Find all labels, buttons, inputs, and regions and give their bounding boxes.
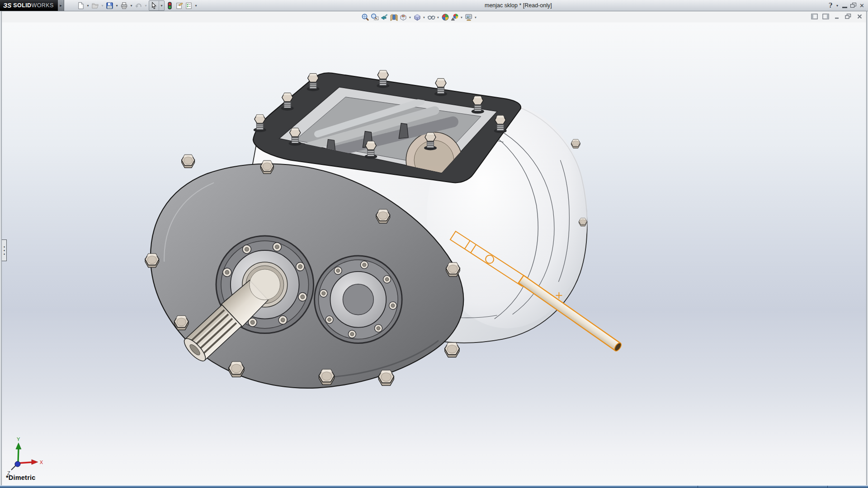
select-tool-button[interactable] — [149, 1, 159, 10]
view-settings-icon — [465, 13, 473, 21]
select-dropdown[interactable]: ▾ — [159, 1, 164, 10]
apply-scene-dropdown[interactable]: ▾ — [459, 13, 464, 22]
section-view-icon — [390, 13, 398, 21]
options-button[interactable] — [184, 1, 193, 10]
hide-show-items-button[interactable] — [426, 13, 436, 22]
new-document-icon — [77, 2, 85, 9]
new-dropdown[interactable]: ▾ — [85, 1, 90, 10]
undo-dropdown[interactable]: ▾ — [143, 1, 148, 10]
help-button[interactable]: ? — [829, 1, 832, 10]
zoom-to-fit-icon — [361, 13, 369, 21]
print-icon — [120, 2, 128, 9]
orientation-triad: X Y Z — [7, 436, 43, 476]
menu-expand-button[interactable]: ▸ — [58, 0, 64, 11]
solidworks-logo-icon: ЗS — [3, 2, 11, 9]
logo-text-works: WORKS — [32, 2, 54, 9]
close-button[interactable]: ✕ — [859, 1, 864, 10]
save-button[interactable] — [105, 1, 114, 10]
save-dropdown[interactable]: ▾ — [114, 1, 119, 10]
previous-view-icon — [380, 13, 388, 21]
gearbox-assembly-model[interactable]: X Y Z — [2, 11, 866, 485]
restore-icon — [850, 3, 856, 8]
doc-close-icon — [857, 14, 863, 19]
document-window-controls — [810, 13, 863, 20]
rebuild-button[interactable] — [165, 1, 175, 10]
section-view-button[interactable] — [389, 13, 398, 22]
save-icon — [106, 2, 113, 9]
open-dropdown[interactable]: ▾ — [100, 1, 105, 10]
previous-view-button[interactable] — [379, 13, 389, 22]
restore-button[interactable] — [850, 1, 856, 10]
graphics-viewport[interactable]: X Y Z — [1, 11, 867, 486]
status-separator — [827, 486, 828, 488]
doc-restore-button[interactable] — [844, 13, 852, 20]
select-cursor-icon — [150, 2, 158, 9]
view-settings-dropdown[interactable]: ▾ — [473, 13, 478, 22]
toggle-left-pane-button[interactable] — [810, 13, 818, 20]
apply-scene-icon — [451, 13, 459, 21]
minimize-button[interactable] — [842, 1, 847, 10]
new-document-button[interactable] — [76, 1, 85, 10]
title-bar: ЗS SOLID WORKS ▸ ▾ ▾ — [0, 0, 868, 11]
feature-pane-collapsed-tab[interactable]: ◂ ◂ ◂ — [2, 239, 7, 261]
collapse-arrow-icon: ◂ — [3, 249, 5, 252]
help-dropdown[interactable]: ▾ — [835, 1, 839, 10]
doc-minimize-button[interactable] — [833, 13, 841, 20]
zoom-to-area-icon — [371, 13, 379, 21]
solidworks-window: ЗS SOLID WORKS ▸ ▾ ▾ — [0, 0, 868, 488]
status-bar — [0, 485, 868, 488]
undo-button[interactable] — [134, 1, 143, 10]
menu-bar-toolbar: ▾ ▾ ▾ — [76, 0, 198, 10]
open-button[interactable] — [90, 1, 100, 10]
doc-restore-icon — [845, 14, 851, 19]
view-orientation-button[interactable] — [398, 13, 408, 22]
file-properties-icon — [175, 2, 183, 9]
doc-minimize-icon — [834, 14, 840, 19]
hide-show-items-icon — [427, 13, 435, 21]
apply-scene-button[interactable] — [450, 13, 459, 22]
doc-close-button[interactable] — [855, 13, 863, 20]
undo-icon — [135, 2, 142, 9]
zoom-to-area-button[interactable] — [370, 13, 379, 22]
toggle-right-pane-button[interactable] — [821, 13, 830, 20]
collapse-arrow-icon: ◂ — [3, 253, 5, 255]
toggle-right-pane-icon — [822, 14, 829, 19]
view-orientation-dropdown[interactable]: ▾ — [408, 13, 412, 22]
print-button[interactable] — [119, 1, 129, 10]
options-dropdown[interactable]: ▾ — [193, 1, 198, 10]
toggle-left-pane-icon — [811, 14, 818, 19]
view-orientation-label: *Dimetric — [6, 474, 35, 481]
file-properties-button[interactable] — [175, 1, 184, 10]
options-icon — [185, 2, 193, 9]
hide-show-items-dropdown[interactable]: ▾ — [436, 13, 440, 22]
bearing-cover-right[interactable] — [315, 256, 402, 343]
solidworks-logo: ЗS SOLID WORKS — [0, 0, 58, 11]
triad-y-label: Y — [17, 436, 20, 442]
rebuild-traffic-light-icon — [166, 2, 174, 9]
minimize-icon — [842, 7, 847, 8]
view-orientation-icon — [399, 13, 407, 21]
window-controls: ? ▾ ✕ — [829, 0, 864, 11]
triad-x-label: X — [40, 460, 43, 465]
open-icon — [91, 2, 99, 9]
headsup-view-toolbar: ▾ ▾ ▾ — [360, 13, 478, 22]
edit-appearance-button[interactable] — [440, 13, 450, 22]
view-settings-button[interactable] — [464, 13, 473, 22]
window-title: menjac sklop * [Read-only] — [485, 0, 552, 11]
zoom-to-fit-button[interactable] — [360, 13, 370, 22]
display-style-button[interactable] — [412, 13, 422, 22]
select-tool-active-combo: ▾ — [149, 0, 165, 11]
display-style-dropdown[interactable]: ▾ — [422, 13, 426, 22]
status-separator — [698, 486, 698, 488]
print-dropdown[interactable]: ▾ — [129, 1, 134, 10]
edit-appearance-icon — [441, 13, 449, 21]
collapse-arrow-icon: ◂ — [3, 245, 5, 248]
logo-text-solid: SOLID — [13, 2, 31, 9]
display-style-icon — [413, 13, 421, 21]
